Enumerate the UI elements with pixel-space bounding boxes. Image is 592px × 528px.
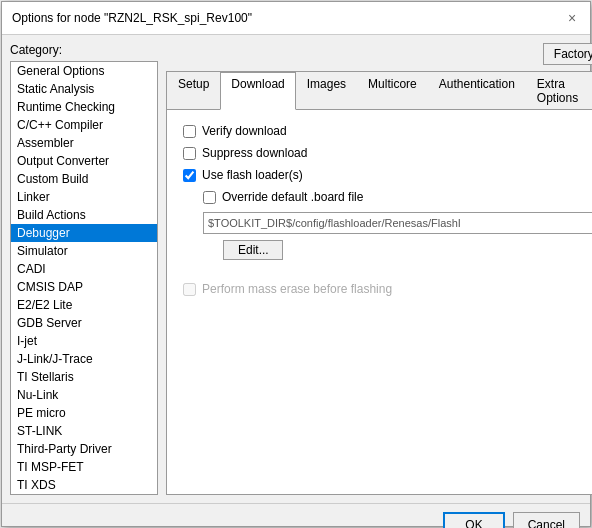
perform-mass-erase-checkbox[interactable]	[183, 283, 196, 296]
sidebar-item-jlink-jtrace[interactable]: J-Link/J-Trace	[11, 350, 157, 368]
sidebar-item-assembler[interactable]: Assembler	[11, 134, 157, 152]
close-button[interactable]: ×	[564, 10, 580, 26]
suppress-download-checkbox[interactable]	[183, 147, 196, 160]
sidebar-item-build-actions[interactable]: Build Actions	[11, 206, 157, 224]
path-input[interactable]	[203, 212, 592, 234]
sidebar-item-i-jet[interactable]: I-jet	[11, 332, 157, 350]
verify-download-label: Verify download	[202, 124, 287, 138]
sidebar-item-simulator[interactable]: Simulator	[11, 242, 157, 260]
perform-mass-erase-row: Perform mass erase before flashing	[183, 282, 592, 296]
sidebar-item-ti-stellaris[interactable]: TI Stellaris	[11, 368, 157, 386]
path-row: ...	[183, 212, 592, 234]
use-flash-loaders-label: Use flash loader(s)	[202, 168, 303, 182]
sidebar-item-c-cpp-compiler[interactable]: C/C++ Compiler	[11, 116, 157, 134]
tab-authentication[interactable]: Authentication	[428, 72, 526, 109]
verify-download-row: Verify download	[183, 124, 592, 138]
override-board-file-row: Override default .board file	[203, 190, 592, 204]
suppress-download-row: Suppress download	[183, 146, 592, 160]
title-bar: Options for node "RZN2L_RSK_spi_Rev100" …	[2, 2, 590, 35]
perform-mass-erase-label: Perform mass erase before flashing	[202, 282, 392, 296]
category-label: Category:	[10, 43, 158, 57]
category-list: General Options Static Analysis Runtime …	[10, 61, 158, 495]
override-board-file-checkbox[interactable]	[203, 191, 216, 204]
sidebar-item-debugger[interactable]: Debugger	[11, 224, 157, 242]
tab-extra-options[interactable]: Extra Options	[526, 72, 589, 109]
override-board-file-label: Override default .board file	[222, 190, 363, 204]
category-panel: Category: General Options Static Analysi…	[10, 43, 158, 495]
tab-content-download: Verify download Suppress download Use fl…	[167, 110, 592, 494]
flash-loader-indent: Override default .board file	[183, 190, 592, 204]
sidebar-item-e2-e2-lite[interactable]: E2/E2 Lite	[11, 296, 157, 314]
sidebar-item-nu-link[interactable]: Nu-Link	[11, 386, 157, 404]
tab-images[interactable]: Images	[296, 72, 357, 109]
dialog-body: Category: General Options Static Analysi…	[2, 35, 590, 503]
sidebar-item-cmsis-dap[interactable]: CMSIS DAP	[11, 278, 157, 296]
dialog-title: Options for node "RZN2L_RSK_spi_Rev100"	[12, 11, 252, 25]
sidebar-item-ti-xds[interactable]: TI XDS	[11, 476, 157, 494]
tabs-bar: Setup Download Images Multicore Authenti…	[167, 72, 592, 110]
top-bar: Factory Settings	[166, 43, 592, 65]
main-panel: Factory Settings Setup Download Images M…	[166, 43, 592, 495]
sidebar-item-linker[interactable]: Linker	[11, 188, 157, 206]
sidebar-item-general-options[interactable]: General Options	[11, 62, 157, 80]
sidebar-item-static-analysis[interactable]: Static Analysis	[11, 80, 157, 98]
sidebar-item-third-party-driver[interactable]: Third-Party Driver	[11, 440, 157, 458]
content-area: Setup Download Images Multicore Authenti…	[166, 71, 592, 495]
use-flash-loaders-checkbox[interactable]	[183, 169, 196, 182]
sidebar-item-gdb-server[interactable]: GDB Server	[11, 314, 157, 332]
sidebar-item-pe-micro[interactable]: PE micro	[11, 404, 157, 422]
ok-button[interactable]: OK	[443, 512, 504, 528]
sidebar-item-custom-build[interactable]: Custom Build	[11, 170, 157, 188]
edit-button[interactable]: Edit...	[223, 240, 283, 260]
sidebar-item-output-converter[interactable]: Output Converter	[11, 152, 157, 170]
tab-multicore[interactable]: Multicore	[357, 72, 428, 109]
verify-download-checkbox[interactable]	[183, 125, 196, 138]
sidebar-item-st-link[interactable]: ST-LINK	[11, 422, 157, 440]
suppress-download-label: Suppress download	[202, 146, 307, 160]
separator	[183, 270, 592, 282]
dialog-footer: OK Cancel	[2, 503, 590, 528]
factory-settings-button[interactable]: Factory Settings	[543, 43, 592, 65]
sidebar-item-cadi[interactable]: CADI	[11, 260, 157, 278]
use-flash-loaders-row: Use flash loader(s)	[183, 168, 592, 182]
sidebar-item-ti-msp-fet[interactable]: TI MSP-FET	[11, 458, 157, 476]
cancel-button[interactable]: Cancel	[513, 512, 580, 528]
tab-download[interactable]: Download	[220, 72, 295, 110]
tab-setup[interactable]: Setup	[167, 72, 220, 109]
sidebar-item-runtime-checking[interactable]: Runtime Checking	[11, 98, 157, 116]
dialog: Options for node "RZN2L_RSK_spi_Rev100" …	[1, 1, 591, 527]
